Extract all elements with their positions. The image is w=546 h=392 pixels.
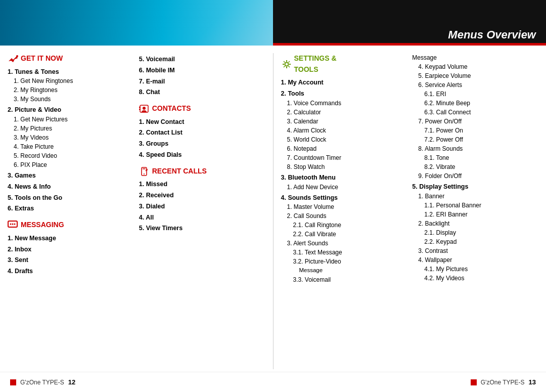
list-item: 3. Dialed xyxy=(139,202,265,211)
svg-point-3 xyxy=(10,224,12,225)
list-item: 5. Display Settings xyxy=(412,182,538,192)
footer-left-brand: G'zOne TYPE-S xyxy=(20,379,64,386)
list-item: 2. Inbox xyxy=(8,245,134,254)
settings-cont-list: Message 4. Keypad Volume 5. Earpiece Vol… xyxy=(412,53,538,283)
list-item: 2. Backlight xyxy=(412,219,538,228)
footer-left-page: 12 xyxy=(68,378,75,386)
get-it-now-header: GET IT NOW xyxy=(8,53,134,64)
list-item: 3. Alert Sounds xyxy=(281,239,407,248)
footer-right-icon xyxy=(471,379,477,385)
list-item: 9. Folder On/Off xyxy=(412,171,538,181)
list-item: 3.3. Voicemail xyxy=(281,275,407,284)
list-item: 3. Calendar xyxy=(281,117,407,126)
settings-tools-title: SETTINGS &TOOLS xyxy=(294,53,337,75)
list-item: 5. Earpiece Volume xyxy=(412,71,538,80)
messaging-cont-list: 5. Voicemail 6. Mobile IM 7. E-mail 8. C… xyxy=(139,55,265,97)
list-item: 3. Sent xyxy=(8,255,134,265)
list-item: 1. Get New Pictures xyxy=(8,115,134,124)
list-item: 5. Voicemail xyxy=(139,55,265,64)
settings-tools-list: 1. My Account 2. Tools 1. Voice Commands… xyxy=(281,78,407,284)
list-item: 7. Countdown Timer xyxy=(281,153,407,162)
list-item: 3. Groups xyxy=(139,139,265,149)
footer: G'zOne TYPE-S 12 G'zOne TYPE-S 13 xyxy=(0,372,546,392)
get-it-now-list: 1. Tunes & Tones 1. Get New Ringtones 2.… xyxy=(8,67,134,214)
list-item: 8. Chat xyxy=(139,88,265,97)
svg-point-12 xyxy=(144,173,145,175)
list-item: 2. My Ringtones xyxy=(8,85,134,95)
header-title: Menus Overview xyxy=(448,28,536,41)
list-item: 2.2. Keypad xyxy=(412,237,538,246)
list-item: 2.2. Call Vibrate xyxy=(281,230,407,239)
list-item: 1. My Account xyxy=(281,78,407,88)
list-item: 6. PIX Place xyxy=(8,160,134,169)
list-item: 3. My Sounds xyxy=(8,95,134,104)
list-item: 2. Picture & Video xyxy=(8,105,134,115)
list-item: 4. Drafts xyxy=(8,267,134,276)
recent-calls-title: RECENT CALLS xyxy=(152,166,207,177)
list-item: 4. All xyxy=(139,213,265,223)
list-item: 4. Take Picture xyxy=(8,142,134,151)
recent-calls-list: 1. Missed 2. Received 3. Dialed 4. All 5… xyxy=(139,180,265,233)
contacts-icon xyxy=(139,104,149,113)
list-item: 4.1. My Pictures xyxy=(412,265,538,274)
settings-icon xyxy=(281,60,291,69)
header-image: Menus Overview xyxy=(0,0,546,46)
bird-icon xyxy=(8,54,18,63)
col-4: Message 4. Keypad Volume 5. Earpiece Vol… xyxy=(412,53,538,369)
list-item: 4. Keypad Volume xyxy=(412,62,538,71)
header-red-bar xyxy=(273,43,546,46)
list-item: 3. Contrast xyxy=(412,246,538,255)
get-it-now-title: GET IT NOW xyxy=(21,53,63,64)
list-item: 8.1. Tone xyxy=(412,153,538,162)
list-item: 2. Contact List xyxy=(139,128,265,138)
list-item: 8.2. Vibrate xyxy=(412,162,538,171)
list-item: 2. Calculator xyxy=(281,108,407,117)
list-item: 1. Master Volume xyxy=(281,202,407,211)
list-item: 6.2. Minute Beep xyxy=(412,99,538,108)
col-2: 5. Voicemail 6. Mobile IM 7. E-mail 8. C… xyxy=(139,53,265,369)
contacts-header: CONTACTS xyxy=(139,103,265,114)
list-item: 1. Tunes & Tones xyxy=(8,67,134,77)
messaging-list: 1. New Message 2. Inbox 3. Sent 4. Draft… xyxy=(8,234,134,276)
list-item: 2.1. Display xyxy=(412,228,538,237)
list-item: 7. E-mail xyxy=(139,77,265,86)
col-3: SETTINGS &TOOLS 1. My Account 2. Tools 1… xyxy=(281,53,407,369)
recent-calls-header: RECENT CALLS xyxy=(139,166,265,177)
messaging-title: MESSAGING xyxy=(21,220,64,231)
list-item: 4. Wallpaper xyxy=(412,255,538,265)
list-item: 6.3. Call Connect xyxy=(412,108,538,117)
list-item: 2. My Pictures xyxy=(8,124,134,133)
list-item: 4. Speed Dials xyxy=(139,150,265,160)
svg-line-20 xyxy=(288,66,290,67)
header-black-banner: Menus Overview xyxy=(273,0,546,46)
list-item: 2. Call Sounds xyxy=(281,211,407,221)
list-item: 5. Record Video xyxy=(8,151,134,160)
footer-right: G'zOne TYPE-S 13 xyxy=(471,378,536,386)
calls-icon xyxy=(139,167,149,176)
svg-point-7 xyxy=(143,107,146,110)
list-item: 2. Received xyxy=(139,191,265,200)
footer-left: G'zOne TYPE-S 12 xyxy=(10,378,75,386)
contacts-title: CONTACTS xyxy=(152,103,191,114)
svg-rect-9 xyxy=(139,109,141,110)
list-item: 1. Add New Device xyxy=(281,183,407,192)
list-item: 1. New Contact xyxy=(139,117,265,127)
list-item: 3. Games xyxy=(8,171,134,181)
list-item: Message xyxy=(412,53,538,62)
list-item: 3. My Videos xyxy=(8,133,134,142)
messaging-icon xyxy=(8,221,18,230)
footer-right-brand: G'zOne TYPE-S xyxy=(481,379,525,386)
col-1: GET IT NOW 1. Tunes & Tones 1. Get New R… xyxy=(8,53,134,369)
list-item: 3. Bluetooth Menu xyxy=(281,173,407,183)
list-item: Message xyxy=(281,266,407,275)
list-item: 1. Voice Commands xyxy=(281,99,407,108)
svg-point-5 xyxy=(14,224,16,225)
svg-rect-8 xyxy=(139,107,141,108)
list-item: 5. View Timers xyxy=(139,224,265,233)
footer-right-page: 13 xyxy=(529,378,536,386)
list-item: 2. Tools xyxy=(281,89,407,99)
list-item: 1. Missed xyxy=(139,180,265,189)
list-item: 4.2. My Videos xyxy=(412,274,538,283)
list-item: 7. Power On/Off xyxy=(412,117,538,126)
list-item: 1.2. ERI Banner xyxy=(412,210,538,219)
